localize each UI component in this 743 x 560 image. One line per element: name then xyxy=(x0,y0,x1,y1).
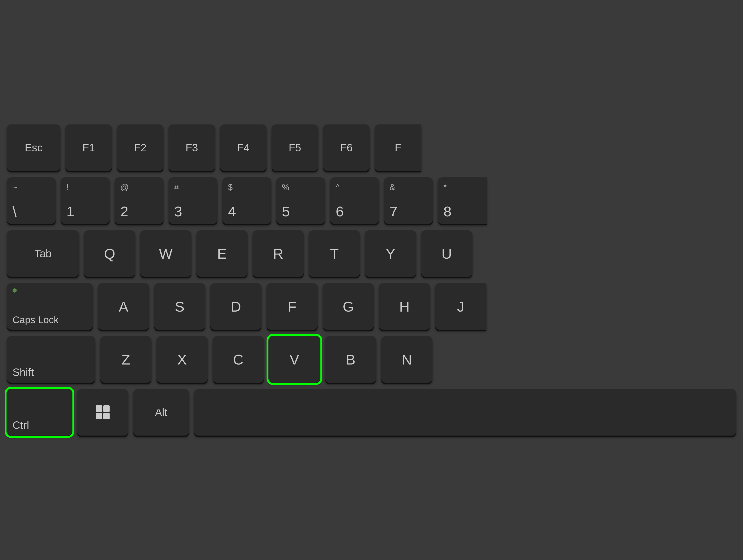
number-row: ~ \ ! 1 @ 2 # 3 $ 4 % 5 ^ 6 & 7 xyxy=(7,177,736,224)
key-w[interactable]: W xyxy=(140,230,191,277)
keyboard: Esc F1 F2 F3 F4 F5 F6 F ~ \ ! 1 xyxy=(0,0,743,560)
windows-icon xyxy=(96,405,110,419)
key-u[interactable]: U xyxy=(421,230,472,277)
key-win[interactable] xyxy=(77,389,128,436)
key-top-asterisk: * xyxy=(443,182,447,192)
key-e[interactable]: E xyxy=(196,230,248,277)
key-t[interactable]: T xyxy=(309,230,360,277)
key-label-4: 4 xyxy=(228,203,236,220)
key-label-7: 7 xyxy=(390,203,397,220)
key-caps-lock[interactable]: Caps Lock xyxy=(7,283,93,330)
key-label-r: R xyxy=(273,246,283,262)
key-shift[interactable]: Shift xyxy=(7,336,95,383)
key-backtick[interactable]: ~ \ xyxy=(7,177,56,224)
key-label-f: F xyxy=(288,298,297,315)
key-v[interactable]: V xyxy=(269,336,320,383)
key-top-caret: ^ xyxy=(336,182,340,192)
key-label-e: E xyxy=(217,246,227,262)
key-label-t: T xyxy=(330,246,339,262)
key-label-f5: F5 xyxy=(289,141,301,154)
key-label-a: A xyxy=(119,298,128,315)
asdf-row: Caps Lock A S D F G H J xyxy=(7,283,736,330)
key-7[interactable]: & 7 xyxy=(384,177,433,224)
key-label-esc: Esc xyxy=(25,141,43,154)
key-label-h: H xyxy=(399,298,410,315)
key-top-hash: # xyxy=(174,182,179,192)
key-label-shift: Shift xyxy=(12,366,34,379)
key-alt[interactable]: Alt xyxy=(133,389,189,436)
key-1[interactable]: ! 1 xyxy=(61,177,110,224)
key-z[interactable]: Z xyxy=(100,336,151,383)
key-x[interactable]: X xyxy=(157,336,208,383)
key-label-d: D xyxy=(231,298,241,315)
key-label-8-partial: 8 xyxy=(443,203,451,220)
key-top-amp: & xyxy=(390,182,395,192)
key-g[interactable]: G xyxy=(323,283,374,330)
key-label-5: 5 xyxy=(282,203,290,220)
key-8-partial[interactable]: * 8 xyxy=(438,177,487,224)
key-label-v: V xyxy=(290,351,299,368)
qwerty-row: Tab Q W E R T Y U xyxy=(7,230,736,277)
key-f6[interactable]: F6 xyxy=(323,124,369,171)
key-label-6: 6 xyxy=(336,203,344,220)
key-top-percent: % xyxy=(282,182,289,192)
key-y[interactable]: Y xyxy=(365,230,416,277)
key-label-f3: F3 xyxy=(185,141,198,154)
key-f7-partial[interactable]: F xyxy=(375,124,421,171)
key-label-n: N xyxy=(402,351,412,368)
key-label-2: 2 xyxy=(120,203,128,220)
key-5[interactable]: % 5 xyxy=(276,177,325,224)
key-f4[interactable]: F4 xyxy=(220,124,267,171)
key-tab[interactable]: Tab xyxy=(7,230,79,277)
key-s[interactable]: S xyxy=(154,283,205,330)
key-top-exclaim: ! xyxy=(67,182,69,192)
key-f1[interactable]: F1 xyxy=(65,124,112,171)
key-label-u: U xyxy=(442,246,452,262)
key-f3[interactable]: F3 xyxy=(169,124,215,171)
key-top-dollar: $ xyxy=(228,182,233,192)
key-label-c: C xyxy=(233,351,244,368)
key-6[interactable]: ^ 6 xyxy=(330,177,379,224)
key-label-tab: Tab xyxy=(34,247,51,260)
key-d[interactable]: D xyxy=(210,283,261,330)
key-label-q: Q xyxy=(104,246,115,262)
key-j-partial[interactable]: J xyxy=(435,283,486,330)
key-3[interactable]: # 3 xyxy=(169,177,217,224)
key-4[interactable]: $ 4 xyxy=(222,177,271,224)
key-2[interactable]: @ 2 xyxy=(115,177,164,224)
function-row: Esc F1 F2 F3 F4 F5 F6 F xyxy=(7,124,736,171)
key-label-backtick: \ xyxy=(12,203,16,220)
key-label-caps-lock: Caps Lock xyxy=(12,314,58,326)
caps-lock-indicator xyxy=(12,288,17,293)
key-label-s: S xyxy=(175,298,184,315)
key-b[interactable]: B xyxy=(325,336,376,383)
key-label-f6: F6 xyxy=(340,141,353,154)
key-label-b: B xyxy=(346,351,355,368)
key-label-alt: Alt xyxy=(155,406,167,419)
key-r[interactable]: R xyxy=(253,230,304,277)
key-c[interactable]: C xyxy=(213,336,264,383)
key-esc[interactable]: Esc xyxy=(7,124,60,171)
key-space[interactable] xyxy=(194,389,736,436)
key-q[interactable]: Q xyxy=(84,230,135,277)
key-a[interactable]: A xyxy=(98,283,149,330)
key-label-y: Y xyxy=(386,246,395,262)
key-top-tilde: ~ xyxy=(12,182,17,192)
key-label-f2: F2 xyxy=(134,141,146,154)
key-f[interactable]: F xyxy=(267,283,318,330)
key-label-x: X xyxy=(177,351,187,368)
key-h[interactable]: H xyxy=(379,283,430,330)
key-label-1: 1 xyxy=(67,203,74,220)
key-label-f1: F1 xyxy=(82,141,95,154)
key-label-f4: F4 xyxy=(237,141,250,154)
key-label-w: W xyxy=(159,246,173,262)
key-label-z: Z xyxy=(122,351,130,368)
key-label-3: 3 xyxy=(174,203,182,220)
key-f2[interactable]: F2 xyxy=(117,124,164,171)
key-label-g: G xyxy=(343,298,354,315)
key-f5[interactable]: F5 xyxy=(272,124,318,171)
key-ctrl[interactable]: Ctrl xyxy=(7,389,72,436)
bottom-row: Ctrl Alt xyxy=(7,389,736,436)
key-label-ctrl: Ctrl xyxy=(12,419,29,431)
key-n[interactable]: N xyxy=(381,336,432,383)
